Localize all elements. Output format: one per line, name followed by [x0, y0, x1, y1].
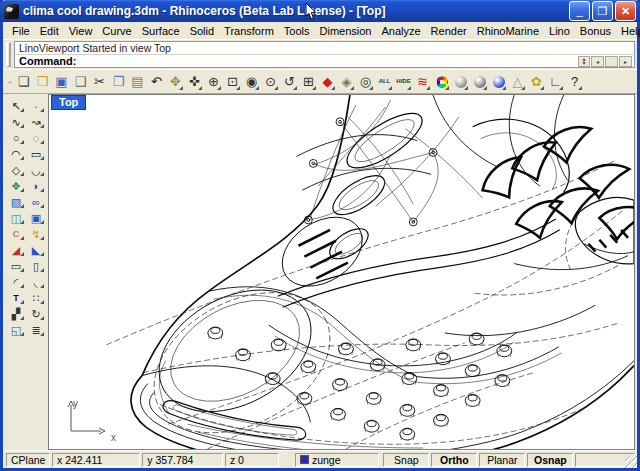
- pan-icon[interactable]: ✥: [166, 72, 185, 92]
- side-toolbar: ↖∙∿↝○◌◠▭◇◡❖◗▧∞◫▣C↯◢◣▭▯◜◟T∷▞↻◱≣: [3, 94, 48, 450]
- spotlight-icon[interactable]: △: [508, 72, 527, 92]
- split-icon[interactable]: ◣: [26, 242, 46, 258]
- point-cloud-icon[interactable]: ∷: [26, 290, 46, 306]
- toggle-planar[interactable]: Planar: [479, 453, 525, 467]
- align-icon[interactable]: ≣: [26, 322, 46, 338]
- menu-item-file[interactable]: File: [7, 23, 35, 39]
- select-pointer-icon[interactable]: ◎: [356, 72, 375, 92]
- command-input[interactable]: [79, 55, 578, 67]
- corner-square-icon[interactable]: ◱: [6, 322, 26, 338]
- menu-item-dimension[interactable]: Dimension: [315, 23, 377, 39]
- hide-objects-icon[interactable]: HIDE: [394, 72, 413, 92]
- toolbar-grip[interactable]: [6, 81, 11, 83]
- zoom-selected-icon[interactable]: ◉: [242, 72, 261, 92]
- undo-icon[interactable]: ↶: [147, 72, 166, 92]
- cut-icon[interactable]: ✂: [90, 72, 109, 92]
- menu-item-view[interactable]: View: [64, 23, 98, 39]
- resize-grip[interactable]: [625, 456, 637, 468]
- menu-item-help[interactable]: Help: [616, 23, 640, 39]
- control-points-icon[interactable]: ▯: [26, 258, 46, 274]
- zoom-window-icon[interactable]: ⊡: [223, 72, 242, 92]
- toggle-osnap[interactable]: Osnap: [527, 453, 573, 467]
- render-sphere-matte-icon[interactable]: [470, 72, 489, 92]
- rhino-app-icon[interactable]: [4, 4, 19, 19]
- scroll-thumb[interactable]: [605, 56, 618, 67]
- point-icon[interactable]: ∙: [26, 98, 46, 114]
- circle-icon[interactable]: ○: [6, 130, 26, 146]
- undo-view-icon[interactable]: ↺: [280, 72, 299, 92]
- zoom-dynamic-icon[interactable]: ⊕: [204, 72, 223, 92]
- block-icon[interactable]: ▣: [26, 210, 46, 226]
- menu-item-solid[interactable]: Solid: [185, 23, 219, 39]
- command-spinner[interactable]: ▴▾: [578, 56, 590, 67]
- cylinder-icon[interactable]: ◫: [6, 210, 26, 226]
- toggle-snap[interactable]: Snap: [383, 453, 429, 467]
- restore-button[interactable]: ❐: [592, 1, 613, 21]
- analyze-wave-icon[interactable]: ≋: [413, 72, 432, 92]
- close-button[interactable]: ✕: [615, 1, 636, 21]
- blend-icon[interactable]: ◟: [26, 274, 46, 290]
- dock-grip[interactable]: [6, 42, 11, 67]
- box-icon[interactable]: ▧: [6, 194, 26, 210]
- trim-icon[interactable]: ◢: [6, 242, 26, 258]
- toggle-ortho[interactable]: Ortho: [431, 453, 477, 467]
- copy-icon[interactable]: ❐: [109, 72, 128, 92]
- rotate-view-icon[interactable]: ✜: [185, 72, 204, 92]
- select-arrow-icon[interactable]: ↖: [6, 98, 26, 114]
- render-sphere-blue-icon[interactable]: [489, 72, 508, 92]
- fillet-icon[interactable]: ◜: [6, 274, 26, 290]
- scroll-left-button[interactable]: ◂: [591, 56, 604, 67]
- dimension-icon[interactable]: ∟: [546, 72, 565, 92]
- polygon-icon[interactable]: ◇: [6, 162, 26, 178]
- save-icon[interactable]: ▣: [52, 72, 71, 92]
- menu-item-curve[interactable]: Curve: [97, 23, 136, 39]
- arc-icon[interactable]: ◡: [26, 162, 46, 178]
- new-file-icon[interactable]: ❏: [14, 72, 33, 92]
- scroll-right-button[interactable]: ▸: [619, 56, 632, 67]
- render-sphere-gray-icon[interactable]: [451, 72, 470, 92]
- export-icon[interactable]: ❑: [71, 72, 90, 92]
- menu-item-bonus[interactable]: Bonus: [575, 23, 616, 39]
- options-gear-icon[interactable]: ✿: [527, 72, 546, 92]
- menu-item-edit[interactable]: Edit: [35, 23, 64, 39]
- group-icon[interactable]: ▭: [6, 258, 26, 274]
- open-folder-icon[interactable]: ❒: [33, 72, 52, 92]
- command-history: LinoViewport Started in view Top: [15, 42, 634, 55]
- ellipse-icon[interactable]: ◌: [26, 130, 46, 146]
- rhino-window: clima cool drawing.3dm - Rhinoceros (Bet…: [0, 0, 640, 471]
- menu-item-render[interactable]: Render: [426, 23, 472, 39]
- color-wheel-icon[interactable]: [432, 72, 451, 92]
- explode-icon[interactable]: ↯: [26, 226, 46, 242]
- menu-item-surface[interactable]: Surface: [137, 23, 185, 39]
- minimize-button[interactable]: _: [569, 1, 590, 21]
- viewport-layout-icon[interactable]: ⊞: [299, 72, 318, 92]
- curved-surface-icon[interactable]: ◗: [26, 178, 46, 194]
- menu-item-lino[interactable]: Lino: [544, 23, 575, 39]
- render-settings-icon[interactable]: ◈: [337, 72, 356, 92]
- axis-indicator: [63, 397, 109, 441]
- menu-item-transform[interactable]: Transform: [219, 23, 279, 39]
- freeform-curve-icon[interactable]: ◠: [6, 146, 26, 162]
- array-icon[interactable]: ▞: [6, 306, 26, 322]
- text-icon[interactable]: T: [6, 290, 26, 306]
- layer-pane[interactable]: zunge: [295, 453, 379, 467]
- interp-curve-icon[interactable]: ↝: [26, 114, 46, 130]
- render-icon[interactable]: ◆: [318, 72, 337, 92]
- menu-item-rhinomarine[interactable]: RhinoMarine: [472, 23, 544, 39]
- polyline-icon[interactable]: ∿: [6, 114, 26, 130]
- viewport-label[interactable]: Top: [51, 95, 86, 110]
- viewport-top[interactable]: Top: [48, 94, 635, 450]
- cplane-pane[interactable]: CPlane: [6, 453, 50, 467]
- rectangle-icon[interactable]: ▭: [26, 146, 46, 162]
- rotate-icon[interactable]: ↻: [26, 306, 46, 322]
- menu-item-analyze[interactable]: Analyze: [376, 23, 425, 39]
- cplane-icon[interactable]: C: [6, 226, 26, 242]
- surface-patch-icon[interactable]: ❖: [6, 178, 26, 194]
- title-bar[interactable]: clima cool drawing.3dm - Rhinoceros (Bet…: [0, 0, 640, 22]
- zoom-all-icon[interactable]: ALL: [375, 72, 394, 92]
- paste-icon[interactable]: ▤: [128, 72, 147, 92]
- zoom-extents-icon[interactable]: ⊙: [261, 72, 280, 92]
- boolean-spheres-icon[interactable]: ∞: [26, 194, 46, 210]
- help-icon[interactable]: ?: [565, 72, 584, 92]
- menu-item-tools[interactable]: Tools: [279, 23, 315, 39]
